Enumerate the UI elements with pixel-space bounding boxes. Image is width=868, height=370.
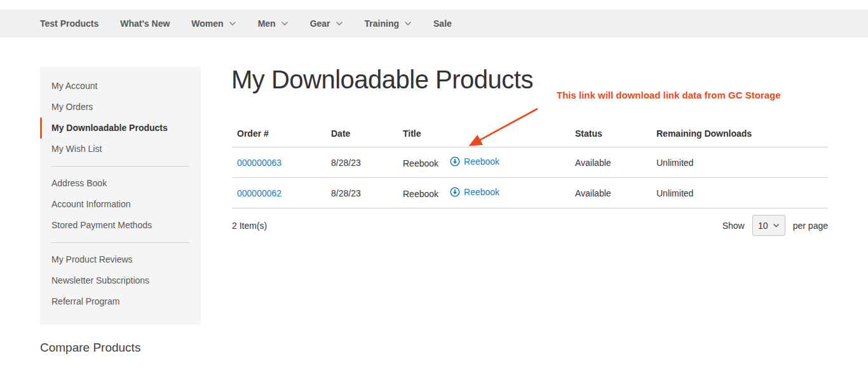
page-size-value: 10 bbox=[758, 221, 768, 231]
items-count: 2 Item(s) bbox=[232, 221, 267, 231]
nav-item-men[interactable]: Men bbox=[258, 18, 288, 29]
download-link-label: Reebook bbox=[464, 187, 499, 197]
nav-item-label: What's New bbox=[120, 18, 170, 29]
sidebar-item-referral-program[interactable]: Referral Program bbox=[40, 291, 201, 312]
chevron-down-icon bbox=[336, 21, 343, 26]
order-number-link[interactable]: 000000063 bbox=[237, 158, 281, 168]
status-text: Available bbox=[575, 188, 611, 198]
downloadable-products-table: Order # Date Title Status Remaining Down… bbox=[232, 120, 828, 209]
column-header-order: Order # bbox=[232, 120, 326, 147]
nav-item-label: Women bbox=[191, 18, 223, 29]
table-header-row: Order # Date Title Status Remaining Down… bbox=[232, 120, 828, 147]
page-size-select[interactable]: 10 bbox=[752, 215, 785, 236]
nav-item-test-products[interactable]: Test Products bbox=[40, 18, 98, 29]
order-date: 8/28/23 bbox=[331, 158, 361, 168]
chevron-down-icon bbox=[229, 21, 236, 26]
download-circle-icon bbox=[450, 156, 460, 167]
chevron-down-icon bbox=[773, 223, 780, 228]
sidebar-item-my-downloadable-products[interactable]: My Downloadable Products bbox=[40, 118, 201, 139]
account-sidebar: My Account My Orders My Downloadable Pro… bbox=[40, 67, 201, 325]
table-row: 000000063 8/28/23 ReebookReebook Availab… bbox=[232, 147, 828, 178]
download-link[interactable]: Reebook bbox=[450, 187, 499, 197]
download-circle-icon bbox=[450, 187, 460, 197]
sidebar-item-account-information[interactable]: Account Information bbox=[40, 194, 201, 215]
nav-item-label: Test Products bbox=[40, 18, 98, 29]
sidebar-item-my-product-reviews[interactable]: My Product Reviews bbox=[40, 249, 201, 270]
table-row: 000000062 8/28/23 ReebookReebook Availab… bbox=[232, 178, 828, 209]
sidebar-item-my-wish-list[interactable]: My Wish List bbox=[40, 139, 201, 160]
nav-item-whats-new[interactable]: What's New bbox=[120, 18, 170, 29]
sidebar-item-my-orders[interactable]: My Orders bbox=[40, 97, 201, 118]
nav-item-training[interactable]: Training bbox=[365, 18, 412, 29]
nav-item-sale[interactable]: Sale bbox=[433, 18, 452, 29]
status-text: Available bbox=[575, 158, 611, 168]
nav-item-label: Gear bbox=[310, 18, 330, 29]
order-number-link[interactable]: 000000062 bbox=[237, 188, 281, 198]
main-navigation: Test Products What's New Women Men Gear … bbox=[0, 10, 868, 38]
nav-item-label: Sale bbox=[433, 18, 452, 29]
remaining-downloads: Unlimited bbox=[656, 188, 693, 198]
sidebar-item-newsletter-subscriptions[interactable]: Newsletter Subscriptions bbox=[40, 270, 201, 291]
product-title: Reebook bbox=[403, 189, 438, 199]
page: Test Products What's New Women Men Gear … bbox=[0, 0, 868, 370]
download-link[interactable]: Reebook bbox=[450, 156, 499, 167]
nav-item-women[interactable]: Women bbox=[191, 18, 236, 29]
nav-item-label: Men bbox=[258, 18, 276, 29]
sidebar-divider bbox=[51, 242, 189, 243]
sidebar-item-stored-payment-methods[interactable]: Stored Payment Methods bbox=[40, 215, 201, 236]
order-date: 8/28/23 bbox=[331, 188, 361, 198]
column-header-date: Date bbox=[326, 120, 398, 147]
per-page-label: per page bbox=[793, 221, 828, 231]
chevron-down-icon bbox=[404, 21, 412, 26]
compare-products-heading: Compare Products bbox=[40, 341, 140, 355]
page-size-limiter: Show 10 per page bbox=[722, 215, 828, 236]
sidebar-item-my-account[interactable]: My Account bbox=[40, 76, 201, 97]
nav-item-label: Training bbox=[365, 18, 399, 29]
sidebar-item-address-book[interactable]: Address Book bbox=[40, 173, 201, 194]
column-header-title: Title bbox=[398, 120, 570, 147]
nav-item-gear[interactable]: Gear bbox=[310, 18, 343, 29]
table-toolbar: 2 Item(s) Show 10 per page bbox=[232, 215, 828, 236]
show-label: Show bbox=[722, 221, 745, 231]
product-title: Reebook bbox=[403, 158, 438, 168]
remaining-downloads: Unlimited bbox=[656, 158, 693, 168]
sidebar-divider bbox=[51, 166, 189, 167]
chevron-down-icon bbox=[281, 21, 288, 26]
page-title: My Downloadable Products bbox=[231, 65, 533, 94]
column-header-status: Status bbox=[570, 120, 651, 147]
annotation-text: This link will download link data from G… bbox=[557, 90, 781, 100]
column-header-remaining-downloads: Remaining Downloads bbox=[651, 120, 828, 147]
download-link-label: Reebook bbox=[464, 156, 499, 167]
